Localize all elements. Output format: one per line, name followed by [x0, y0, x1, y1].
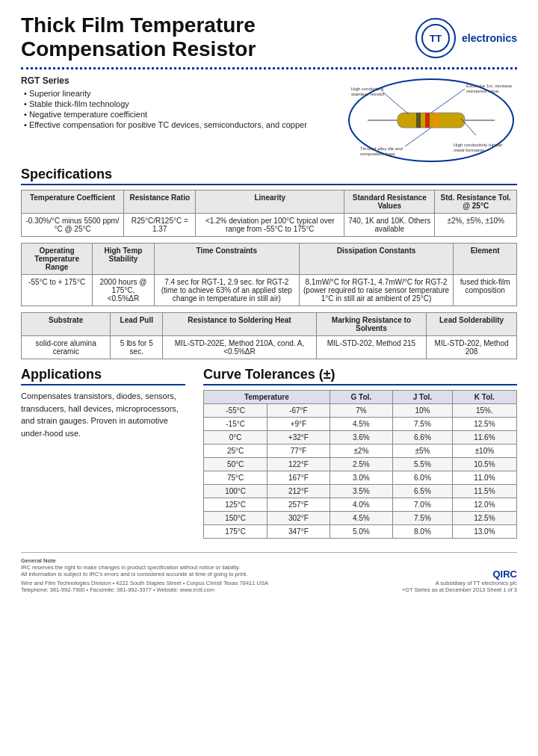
applications-header: Applications — [21, 367, 185, 385]
curve-table-row: -15°C+9°F4.5%7.5%12.5% — [204, 418, 517, 431]
top-right: Exclusive 1in. increase resistance value… — [345, 75, 517, 167]
td-res-ratio-val: R25°C/R125°C = 1.37 — [124, 214, 196, 237]
svg-text:metal formation: metal formation — [454, 148, 484, 152]
curve-table-cell: 100°C — [204, 485, 268, 498]
th-temperature: Temperature — [204, 391, 330, 404]
th-time-const: Time Constraints — [154, 244, 299, 275]
svg-line-16 — [461, 119, 476, 135]
curve-table-row: 25°C77°F±2%±5%±10% — [204, 444, 517, 458]
curve-table-cell: 12.0% — [452, 498, 516, 512]
curve-table-cell: 11.5% — [452, 485, 516, 498]
curve-table-cell: ±5% — [393, 444, 453, 458]
curve-table-row: 100°C212°F3.5%6.5%11.5% — [204, 485, 517, 498]
rgt-series-title: RGT Series — [21, 75, 345, 86]
th-dissipation: Dissipation Constants — [299, 244, 454, 275]
th-lead-pull: Lead Pull — [111, 313, 163, 336]
tt-logo-circle: TT — [415, 18, 456, 58]
curve-table-cell: 3.5% — [330, 485, 393, 498]
curve-table-row: 50°C122°F2.5%5.5%10.5% — [204, 458, 517, 471]
applications-text: Compensates transistors, diodes, sensors… — [21, 390, 185, 439]
general-note-label: General Note — [21, 557, 268, 564]
specs-table-3: Substrate Lead Pull Resistance to Solder… — [21, 312, 517, 359]
footer-division: Wire and Film Technologies Division • 42… — [21, 580, 268, 593]
bullet-3: Negative temperature coefficient — [24, 110, 345, 119]
td-element-val: fused thick-film composition — [454, 275, 517, 306]
curve-table: Temperature G Tol. J Tol. K Tol. -55°C-6… — [203, 390, 517, 539]
curve-table-cell: 3.6% — [330, 431, 393, 444]
svg-text:composition base: composition base — [360, 152, 395, 156]
curve-table-cell: 25°C — [204, 444, 268, 458]
curve-table-cell: 6.0% — [393, 471, 453, 485]
td-std-res-val: 740, 1K and 10K. Others available — [344, 214, 435, 237]
svg-rect-6 — [425, 113, 430, 128]
footer-note-text: IRC reserves the right to make changes i… — [21, 564, 268, 577]
header: Thick Film Temperature Compensation Resi… — [21, 13, 517, 61]
td-temp-coeff-val: -0.30%/°C minus 5500 ppm/°C @ 25°C — [22, 214, 124, 237]
svg-line-13 — [383, 92, 409, 114]
specs-table-2: Operating Temperature Range High Temp St… — [21, 243, 517, 306]
svg-rect-5 — [416, 113, 421, 128]
curve-table-cell: 167°F — [268, 471, 330, 485]
td-op-temp-val: -55°C to + 175°C — [22, 275, 93, 306]
curve-table-row: 75°C167°F3.0%6.0%11.0% — [204, 471, 517, 485]
td-time-const-val: 7.4 sec for RGT-1, 2.9 sec. for RGT-2 (t… — [154, 275, 299, 306]
curve-table-cell: 8.0% — [393, 525, 453, 539]
curve-table-cell: 10% — [393, 404, 453, 418]
svg-line-10 — [431, 89, 465, 113]
th-j-tol: J Tol. — [393, 391, 453, 404]
th-res-ratio: Resistance Ratio — [124, 190, 196, 214]
th-mark-resist: Marking Resistance to Solvents — [316, 313, 426, 336]
curve-table-cell: 3.0% — [330, 471, 393, 485]
specs-table-1: Temperature Coefficient Resistance Ratio… — [21, 190, 517, 237]
th-solder-heat: Resistance to Soldering Heat — [163, 313, 317, 336]
curve-table-cell: 7% — [330, 404, 393, 418]
curve-table-cell: 212°F — [268, 485, 330, 498]
curve-table-cell: 13.0% — [452, 525, 516, 539]
curve-table-cell: 11.6% — [452, 431, 516, 444]
th-op-temp: Operating Temperature Range — [22, 244, 93, 275]
td-solder-heat-val: MIL-STD-202E, Method 210A, cond. A, <0.5… — [163, 336, 317, 359]
curve-table-row: 0°C+32°F3.6%6.6%11.6% — [204, 431, 517, 444]
irc-logo: QIRC — [402, 568, 517, 580]
curve-table-cell: +9°F — [268, 418, 330, 431]
curve-table-cell: ±2% — [330, 444, 393, 458]
applications-col: Applications Compensates transistors, di… — [21, 367, 185, 539]
curve-table-cell: 75°C — [204, 471, 268, 485]
svg-rect-4 — [398, 113, 465, 128]
curve-table-cell: 7.5% — [393, 512, 453, 525]
curve-table-cell: 122°F — [268, 458, 330, 471]
svg-text:stainless resistor: stainless resistor — [351, 92, 385, 96]
th-element: Element — [454, 244, 517, 275]
svg-rect-7 — [434, 113, 439, 128]
curve-table-cell: ±10% — [452, 444, 516, 458]
curve-table-cell: 175°C — [204, 525, 268, 539]
table-row: -55°C to + 175°C 2000 hours @ 175°C, <0.… — [22, 275, 517, 306]
curve-table-cell: 15%. — [452, 404, 516, 418]
curve-table-row: 125°C257°F4.0%7.0%12.0% — [204, 498, 517, 512]
part-ref: +GT Series as at December 2013 Sheet 1 o… — [402, 586, 517, 593]
curve-table-cell: 2.5% — [330, 458, 393, 471]
curve-table-cell: 6.6% — [393, 431, 453, 444]
th-std-res-tol: Std. Resistance Tol. @ 25°C — [435, 190, 517, 214]
curve-table-row: 175°C347°F5.0%8.0%13.0% — [204, 525, 517, 539]
curve-table-cell: 0°C — [204, 431, 268, 444]
footer-left: General Note IRC reserves the right to m… — [21, 557, 268, 593]
bullet-2: Stable thick-film technology — [24, 99, 345, 108]
td-high-temp-val: 2000 hours @ 175°C, <0.5%ΔR — [93, 275, 155, 306]
page: Thick Film Temperature Compensation Resi… — [0, 0, 538, 756]
td-std-tol-val: ±2%, ±5%, ±10% — [435, 214, 517, 237]
dotted-divider — [21, 67, 517, 69]
curve-table-cell: 5.5% — [393, 458, 453, 471]
th-temp-coeff: Temperature Coefficient — [22, 190, 124, 214]
logo-row: TT electronics — [415, 18, 517, 58]
logo-area: TT electronics — [415, 16, 517, 58]
curve-table-cell: 5.0% — [330, 525, 393, 539]
th-k-tol: K Tol. — [452, 391, 516, 404]
rgt-bullets: Superior linearity Stable thick-film tec… — [21, 89, 345, 129]
curve-table-cell: 125°C — [204, 498, 268, 512]
curve-table-cell: 7.5% — [393, 418, 453, 431]
curve-table-cell: 4.0% — [330, 498, 393, 512]
bullet-4: Effective compensation for positive TC d… — [24, 120, 345, 129]
td-substrate-val: solid-core alumina ceramic — [22, 336, 111, 359]
curve-table-row: 150°C302°F4.5%7.5%12.5% — [204, 512, 517, 525]
